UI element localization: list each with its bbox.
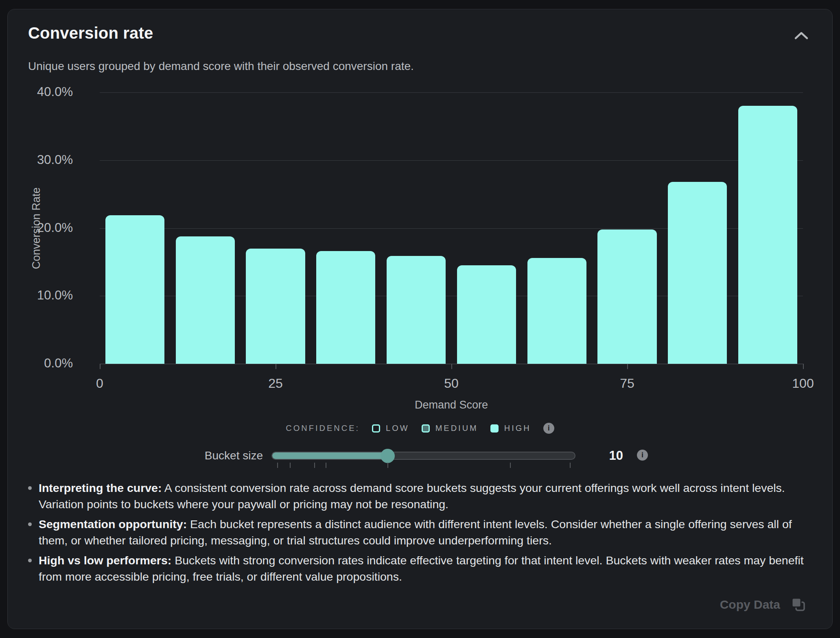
bar-bucket-60-70[interactable] — [527, 258, 586, 364]
y-tick-label: 30.0% — [37, 153, 73, 167]
note-title: Interpreting the curve: — [39, 481, 162, 494]
list-item: High vs low performers: Buckets with str… — [27, 552, 815, 585]
page: Conversion rate Unique users grouped by … — [0, 0, 840, 638]
conversion-rate-card: Conversion rate Unique users grouped by … — [7, 9, 833, 629]
y-tick-label: 20.0% — [37, 221, 73, 235]
legend-item-medium[interactable]: MEDIUM — [422, 424, 478, 433]
copy-icon — [791, 597, 806, 612]
bar-bucket-50-60[interactable] — [457, 265, 516, 364]
y-tick-label: 0.0% — [44, 356, 73, 371]
bucket-size-control: Bucket size 10 i — [8, 446, 832, 480]
bar-bucket-80-90[interactable] — [668, 182, 727, 364]
x-axis-title: Demand Score — [415, 399, 488, 411]
low-confidence-swatch-icon — [372, 424, 380, 433]
slider-tick-mark — [326, 463, 326, 468]
bar-bucket-10-20[interactable] — [176, 236, 235, 364]
bar-bucket-20-30[interactable] — [246, 249, 305, 364]
copy-data-button[interactable]: Copy Data — [720, 597, 806, 612]
gridline — [100, 160, 803, 161]
bucket-size-info-icon[interactable]: i — [637, 450, 648, 461]
y-tick-label: 40.0% — [37, 85, 73, 99]
bar-bucket-70-80[interactable] — [597, 229, 656, 364]
slider-ticks — [271, 463, 575, 469]
confidence-info-icon[interactable]: i — [543, 423, 554, 434]
list-item: Interpreting the curve: A consistent con… — [27, 480, 815, 512]
confidence-legend: CONFIDENCE: LOW MEDIUM HIGH i — [8, 423, 832, 434]
x-tick-mark — [451, 364, 452, 369]
x-tick-mark — [627, 364, 628, 369]
plot-area: Demand Score 40.0%30.0%20.0%10.0%0.0%025… — [100, 92, 803, 364]
bucket-size-value: 10 — [586, 448, 623, 463]
x-tick-label: 50 — [444, 376, 459, 391]
chevron-up-icon — [792, 30, 810, 42]
bucket-size-label: Bucket size — [167, 449, 263, 462]
collapse-button[interactable] — [792, 30, 810, 42]
legend-title: CONFIDENCE: — [286, 424, 360, 433]
bar-bucket-40-50[interactable] — [387, 256, 446, 364]
slider-tick-mark — [290, 463, 291, 468]
legend-item-label: HIGH — [504, 424, 531, 433]
bar-bucket-30-40[interactable] — [316, 251, 375, 364]
x-tick-label: 0 — [96, 376, 103, 391]
bucket-size-slider[interactable] — [271, 452, 575, 460]
x-tick-mark — [803, 364, 804, 369]
medium-confidence-swatch-icon — [422, 424, 430, 433]
slider-tick-mark — [510, 463, 511, 468]
slider-thumb[interactable] — [381, 449, 395, 463]
x-tick-mark — [100, 364, 101, 369]
x-tick-label: 100 — [792, 376, 814, 391]
copy-data-label: Copy Data — [720, 598, 780, 612]
insights-list: Interpreting the curve: A consistent con… — [27, 480, 815, 588]
bar-bucket-90-100[interactable] — [738, 106, 797, 364]
slider-tick-mark — [277, 463, 278, 468]
slider-tick-mark — [387, 463, 388, 468]
slider-tick-mark — [314, 463, 315, 468]
page-title: Conversion rate — [28, 24, 153, 42]
x-tick-mark — [276, 364, 276, 369]
x-tick-label: 75 — [620, 376, 634, 391]
x-tick-label: 25 — [268, 376, 283, 391]
y-tick-label: 10.0% — [37, 288, 73, 303]
chart-subtitle: Unique users grouped by demand score wit… — [28, 60, 414, 73]
high-confidence-swatch-icon — [490, 424, 499, 433]
bar-bucket-0-10[interactable] — [105, 215, 164, 364]
slider-tick-mark — [570, 463, 571, 468]
slider-fill — [272, 452, 388, 459]
list-item: Segmentation opportunity: Each bucket re… — [27, 516, 815, 548]
gridline — [100, 92, 803, 93]
note-title: High vs low performers: — [39, 554, 171, 567]
legend-item-label: LOW — [386, 424, 409, 433]
legend-item-label: MEDIUM — [435, 424, 478, 433]
note-title: Segmentation opportunity: — [39, 518, 187, 531]
legend-item-high[interactable]: HIGH — [490, 424, 531, 433]
legend-item-low[interactable]: LOW — [372, 424, 409, 433]
